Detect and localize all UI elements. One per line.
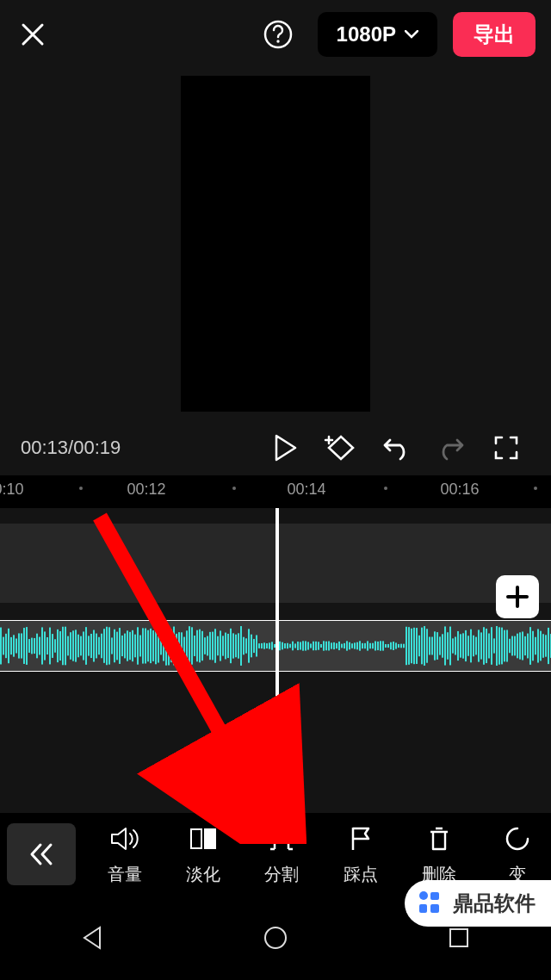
tool-split[interactable]: 分割 — [249, 823, 315, 886]
svg-rect-59 — [145, 628, 146, 663]
undo-button[interactable] — [372, 427, 420, 468]
svg-rect-102 — [256, 635, 257, 656]
svg-rect-79 — [196, 630, 198, 662]
svg-rect-192 — [488, 634, 490, 659]
svg-rect-165 — [418, 636, 420, 656]
svg-rect-64 — [158, 629, 159, 662]
close-icon — [20, 22, 46, 47]
tool-label: 音量 — [108, 863, 142, 886]
svg-rect-10 — [18, 633, 20, 658]
svg-rect-193 — [491, 627, 492, 665]
svg-rect-112 — [282, 642, 283, 650]
svg-rect-179 — [455, 637, 456, 655]
redo-icon — [436, 435, 466, 461]
nav-home-button[interactable] — [232, 912, 319, 964]
collapse-button[interactable] — [7, 823, 76, 885]
help-icon — [263, 19, 294, 50]
svg-rect-116 — [292, 642, 294, 651]
svg-rect-225 — [430, 904, 439, 913]
export-button[interactable]: 导出 — [453, 12, 536, 57]
tool-delete[interactable]: 删除 — [406, 823, 472, 886]
help-button[interactable] — [259, 16, 297, 53]
svg-rect-188 — [478, 630, 480, 661]
export-label: 导出 — [474, 21, 515, 48]
svg-rect-196 — [498, 627, 500, 664]
svg-rect-212 — [540, 631, 542, 661]
svg-rect-138 — [349, 642, 350, 650]
svg-rect-82 — [204, 637, 206, 654]
svg-rect-98 — [245, 638, 247, 653]
play-button[interactable] — [262, 427, 310, 468]
svg-rect-3 — [0, 628, 2, 665]
svg-rect-191 — [486, 629, 487, 663]
svg-rect-92 — [230, 629, 232, 663]
redo-button[interactable] — [427, 427, 475, 468]
svg-rect-106 — [266, 643, 268, 648]
video-preview[interactable] — [181, 76, 370, 412]
close-button[interactable] — [15, 17, 50, 52]
svg-rect-181 — [460, 634, 461, 657]
svg-rect-163 — [413, 628, 415, 664]
svg-rect-101 — [253, 639, 255, 653]
svg-rect-80 — [199, 630, 201, 663]
svg-rect-24 — [54, 639, 56, 652]
svg-rect-104 — [261, 643, 263, 648]
tool-fade[interactable]: 淡化 — [170, 823, 236, 886]
chevron-double-left-icon — [27, 841, 56, 867]
svg-rect-200 — [509, 639, 511, 653]
svg-rect-153 — [387, 644, 389, 648]
svg-rect-140 — [354, 642, 356, 648]
svg-rect-167 — [424, 626, 425, 666]
svg-rect-129 — [325, 642, 327, 651]
tool-change[interactable]: 变 — [485, 823, 551, 886]
svg-rect-76 — [189, 626, 190, 666]
tool-volume[interactable]: 音量 — [91, 823, 158, 886]
svg-rect-40 — [96, 634, 97, 659]
svg-rect-155 — [393, 642, 394, 650]
nav-back-button[interactable] — [49, 912, 135, 964]
svg-rect-13 — [26, 627, 28, 665]
add-clip-button[interactable] — [496, 575, 539, 618]
svg-rect-5 — [5, 634, 7, 658]
play-icon — [274, 434, 298, 462]
svg-rect-209 — [532, 631, 534, 661]
svg-rect-39 — [93, 630, 95, 661]
circle-icon — [505, 823, 530, 854]
svg-rect-46 — [111, 637, 113, 654]
svg-rect-87 — [217, 636, 219, 655]
svg-rect-61 — [150, 629, 152, 663]
svg-rect-186 — [473, 636, 474, 656]
svg-rect-15 — [31, 638, 33, 654]
resolution-selector[interactable]: 1080P — [318, 12, 437, 57]
brand-logo-icon — [415, 889, 444, 918]
fullscreen-button[interactable] — [482, 427, 530, 468]
svg-rect-117 — [294, 643, 296, 648]
svg-rect-170 — [431, 637, 433, 655]
svg-rect-37 — [88, 636, 90, 655]
svg-rect-97 — [243, 637, 245, 655]
square-recent-icon — [448, 927, 470, 949]
svg-rect-132 — [333, 642, 335, 649]
svg-rect-114 — [287, 643, 288, 648]
svg-rect-203 — [517, 634, 518, 659]
svg-rect-73 — [181, 632, 183, 659]
svg-rect-150 — [380, 641, 381, 650]
svg-rect-43 — [103, 629, 105, 663]
svg-rect-57 — [139, 636, 141, 657]
svg-point-1 — [276, 40, 279, 42]
svg-rect-38 — [90, 634, 92, 658]
svg-rect-183 — [465, 630, 467, 661]
playhead[interactable] — [276, 508, 279, 818]
svg-rect-67 — [165, 626, 167, 665]
tool-beat[interactable]: 踩点 — [327, 823, 393, 886]
svg-rect-159 — [403, 644, 405, 648]
svg-rect-207 — [527, 634, 529, 659]
timeline-tracks[interactable] — [0, 508, 551, 818]
svg-rect-94 — [235, 635, 237, 658]
svg-rect-85 — [212, 632, 214, 661]
svg-rect-29 — [67, 636, 69, 656]
keyframe-button[interactable] — [317, 427, 365, 468]
timeline-ruler[interactable]: 0:1000:1200:1400:16 — [0, 475, 551, 508]
svg-rect-54 — [132, 630, 133, 661]
svg-rect-206 — [524, 636, 526, 655]
